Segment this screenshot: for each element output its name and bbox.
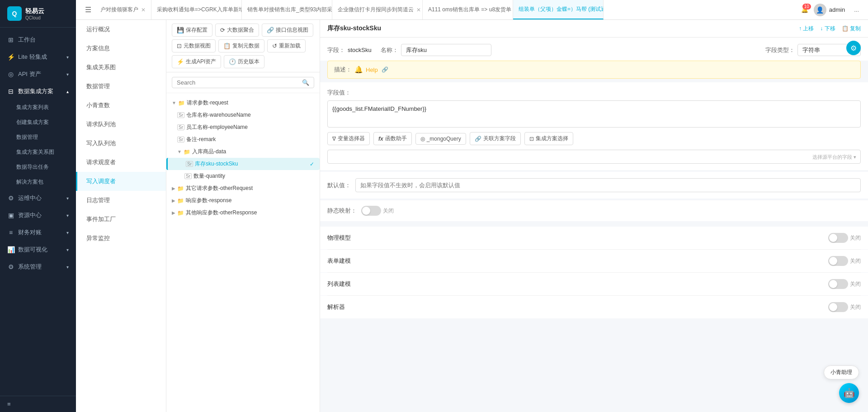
physical-model-toggle[interactable]: 关闭 <box>828 233 861 243</box>
gen-api-button[interactable]: ⚡ 生成API资产 <box>172 55 221 68</box>
left-panel-qingqing-stats[interactable]: 小青查数 <box>76 96 166 115</box>
left-panel-integration-map[interactable]: 集成关系图 <box>76 58 166 77</box>
tree-item-other-request[interactable]: ▶ 📁 其它请求参数-otherRequest <box>166 182 320 194</box>
bottom-menu-icon[interactable]: ≡ <box>7 401 11 407</box>
right-panel: 库存sku-stockSku ↑ 上移 ↓ 下移 📋 复制 ⚙ 字段： stoc… <box>320 20 868 412</box>
left-panel-write-observer[interactable]: 写入调度者 <box>76 172 166 191</box>
sidebar-item-workbench[interactable]: ⊞ 工作台 <box>0 31 76 48</box>
left-panel-write-queue[interactable]: 写入队列池 <box>76 134 166 153</box>
var-selector-button[interactable]: ∇ 变量选择器 <box>327 132 370 145</box>
assistant-button[interactable]: 小青助理 <box>824 365 859 379</box>
sidebar-item-data-integration[interactable]: ⊟ 数据集成方案 ▴ <box>0 83 76 100</box>
tree-item-employee-name[interactable]: Sr 员工名称-employeeName <box>166 121 320 133</box>
tree-item-other-response[interactable]: ▶ 📁 其他响应参数-otherResponse <box>166 207 320 219</box>
related-field-label: 关联方案字段 <box>483 135 516 142</box>
meta-view-button[interactable]: ⊡ 元数据视图 <box>172 39 216 52</box>
sidebar-item-integration-list[interactable]: 集成方案列表 <box>0 100 76 115</box>
sidebar-item-api[interactable]: ◎ API 资产 ▾ <box>0 66 76 83</box>
toggle-switch-form[interactable] <box>828 256 848 266</box>
sidebar-item-data-export[interactable]: 数据导出任务 <box>0 160 76 175</box>
tab-2[interactable]: 采购收料通知单=>CGRK入库单新增-1 ✕ <box>151 0 242 19</box>
tree-item-label: 其它请求参数-otherRequest <box>186 185 253 192</box>
tree-item-label: 请求参数-request <box>187 99 228 107</box>
move-up-button[interactable]: ↑ 上移 <box>799 25 814 33</box>
settings-icon[interactable]: ⚙ <box>846 41 861 55</box>
analyzer-toggle[interactable]: 关闭 <box>828 302 861 312</box>
move-down-button[interactable]: ↓ 下移 <box>820 25 835 33</box>
interface-view-button[interactable]: 🔗 接口信息视图 <box>262 24 313 37</box>
sidebar-item-lite[interactable]: ⚡ Lite 轻集成 ▾ <box>0 48 76 66</box>
tree-item-response-params[interactable]: ▶ 📁 响应参数-response <box>166 194 320 207</box>
save-icon: 💾 <box>177 27 184 33</box>
big-data-button[interactable]: ⟳ 大数据聚合 <box>215 24 259 37</box>
sidebar-item-integration-map[interactable]: 集成方案关系图 <box>0 145 76 160</box>
sidebar-item-operation[interactable]: ⚙ 运维中心 ▾ <box>0 189 76 207</box>
toggle-switch-list[interactable] <box>828 279 848 289</box>
integration-select-button[interactable]: ⊡ 集成方案选择 <box>524 132 573 145</box>
search-input[interactable] <box>177 79 299 86</box>
toggle-switch-static[interactable] <box>361 206 381 216</box>
form-build-state: 关闭 <box>850 257 861 265</box>
func-helper-button[interactable]: fx 函数助手 <box>373 132 412 145</box>
help-link-icon[interactable]: 🔗 <box>382 66 388 73</box>
sidebar-item-sys-manage[interactable]: ⚙ 系统管理 ▾ <box>0 258 76 275</box>
related-field-button[interactable]: 🔗 关联方案字段 <box>470 132 521 145</box>
search-icon[interactable]: 🔍 <box>302 79 309 86</box>
left-panel-log-manage[interactable]: 日志管理 <box>76 191 166 210</box>
sidebar-item-solution-pkg[interactable]: 解决方案包 <box>0 175 76 189</box>
left-panel-request-observer[interactable]: 请求观度者 <box>76 153 166 172</box>
default-value-input[interactable] <box>355 178 861 192</box>
toggle-switch-analyzer[interactable] <box>828 302 848 312</box>
form-build-toggle[interactable]: 关闭 <box>828 256 861 266</box>
form-build-label: 表单建模 <box>327 257 351 265</box>
sidebar-item-label: API 资产 <box>18 70 41 78</box>
save-config-button[interactable]: 💾 保存配置 <box>172 24 212 37</box>
left-panel-data-manage[interactable]: 数据管理 <box>76 77 166 96</box>
desc-label: 描述： <box>334 66 352 74</box>
tab-3[interactable]: 销售单对接销售出库_类型93内部采销 ✕ <box>242 0 332 19</box>
sidebar-item-data-manage[interactable]: 数据管理 <box>0 130 76 145</box>
left-panel-request-queue[interactable]: 请求队列池 <box>76 115 166 134</box>
left-panel-overview[interactable]: 运行概况 <box>76 20 166 39</box>
chevron-down-icon: ▾ <box>66 72 69 77</box>
copy-button[interactable]: 📋 复制 <box>842 25 861 33</box>
tree-item-remark[interactable]: Sr 备注-remark <box>166 133 320 146</box>
left-panel-solution-info[interactable]: 方案信息 <box>76 39 166 58</box>
menu-toggle-icon[interactable]: ☰ <box>81 2 95 18</box>
tree-item-label: 库存sku-stockSku <box>195 160 238 168</box>
tab-close-icon[interactable]: ✕ <box>416 7 421 13</box>
more-tabs-button[interactable]: ... <box>850 3 863 17</box>
help-text[interactable]: Help <box>366 66 378 73</box>
toggle-switch-physical[interactable] <box>828 233 848 243</box>
tree-item-stock-sku[interactable]: Sr 库存sku-stockSku ✓ <box>166 158 320 170</box>
assistant-avatar[interactable]: 🤖 <box>839 383 859 403</box>
notification-bell[interactable]: 🔔 10 <box>801 6 808 13</box>
static-mapping-toggle[interactable]: 关闭 <box>361 206 394 216</box>
analyzer-label: 解析器 <box>327 303 345 311</box>
history-button[interactable]: 🕐 历史版本 <box>224 55 264 68</box>
tree-item-warehouse-name[interactable]: Sr 仓库名称-warehouseName <box>166 109 320 121</box>
user-area[interactable]: 👤 admin <box>814 4 845 16</box>
tree-item-request-params[interactable]: ▼ 📁 请求参数-request <box>166 97 320 109</box>
field-value-display[interactable]: {{goods_list.FMaterialID_FNumber}} <box>327 100 861 128</box>
left-panel-event-factory[interactable]: 事件加工厂 <box>76 210 166 229</box>
source-field-select[interactable] <box>327 150 861 164</box>
sidebar-item-create-integration[interactable]: 创建集成方案 <box>0 115 76 130</box>
copy-meta-button[interactable]: 📋 复制元数据 <box>218 39 264 52</box>
sidebar-item-resource[interactable]: ▣ 资源中心 ▾ <box>0 207 76 224</box>
workbench-icon: ⊞ <box>7 36 14 43</box>
sidebar-item-finance[interactable]: ≡ 财务对账 ▾ <box>0 224 76 241</box>
name-input[interactable] <box>401 44 491 56</box>
reload-button[interactable]: ↺ 重新加载 <box>267 39 306 52</box>
left-panel-exception-monitor[interactable]: 异常监控 <box>76 229 166 248</box>
tree-item-instore-goods[interactable]: ▼ 📁 入库商品-data <box>166 146 320 158</box>
sidebar-item-data-viz[interactable]: 📊 数据可视化 ▾ <box>0 241 76 258</box>
tab-1[interactable]: 户对接领驱客户 ✕ <box>95 0 151 19</box>
tab-5[interactable]: A111 oms销售出库单 => u8发货单 ✕ <box>423 0 513 19</box>
tab-4[interactable]: 企业微信打卡月报同步到简道云 ✕ <box>332 0 423 19</box>
list-build-toggle[interactable]: 关闭 <box>828 279 861 289</box>
tree-item-quantity[interactable]: Sr 数量-quantity <box>166 170 320 182</box>
mongo-query-button[interactable]: ◎ _mongoQuery <box>415 133 466 145</box>
tab-6[interactable]: 组装单（父项）金蝶=）马帮 (测试通过) ✕ ✕ <box>513 0 604 19</box>
tab-close-icon[interactable]: ✕ <box>141 7 146 13</box>
